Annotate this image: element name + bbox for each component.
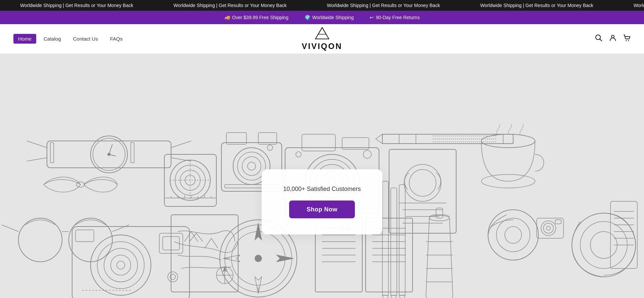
ticker-item: Worldwide Shipping | Get Results or Your… bbox=[0, 3, 153, 8]
svg-point-5 bbox=[611, 35, 614, 38]
logo-text: VIVIQON bbox=[302, 42, 342, 51]
info-bar-returns-label: 90-Day Free Returns bbox=[376, 15, 420, 20]
logo: VIVIQON bbox=[302, 27, 342, 51]
ticker-item: Worldwide Shipping | Get Results or Your… bbox=[153, 3, 307, 8]
ticker-bar: Worldwide Shipping | Get Results or Your… bbox=[0, 0, 644, 11]
search-icon[interactable] bbox=[595, 34, 602, 43]
svg-point-7 bbox=[628, 40, 629, 41]
return-icon: ↩ bbox=[370, 15, 374, 20]
cart-icon[interactable] bbox=[623, 34, 631, 43]
svg-marker-0 bbox=[315, 28, 329, 39]
info-bar-worldwide-label: Worldwide Shipping bbox=[312, 15, 354, 20]
ticker-item: Worldwide Shipping | Get Results or Your… bbox=[307, 3, 460, 8]
info-bar-returns: ↩ 90-Day Free Returns bbox=[370, 15, 420, 20]
ticker-item: Worldwide Shipping | Get Results or Your… bbox=[460, 3, 613, 8]
header-icons bbox=[595, 34, 631, 43]
nav-faqs[interactable]: FAQs bbox=[105, 34, 127, 44]
nav-contact[interactable]: Contact Us bbox=[68, 34, 103, 44]
info-bar: 🚚 Over $39.99 Free Shipping 🌍 Worldwide … bbox=[0, 11, 644, 24]
svg-point-20 bbox=[108, 153, 110, 156]
info-bar-shipping-label: Over $39.99 Free Shipping bbox=[232, 15, 288, 20]
hero-tagline: 10,000+ Satisfied Customers bbox=[283, 186, 361, 193]
info-bar-worldwide: 🌍 Worldwide Shipping bbox=[305, 15, 354, 20]
nav-home[interactable]: Home bbox=[13, 34, 36, 44]
logo-icon bbox=[312, 27, 332, 42]
header: Home Catalog Contact Us FAQs VIVIQON bbox=[0, 24, 644, 54]
hero-section: 10,000+ Satisfied Customers Shop Now bbox=[0, 54, 644, 298]
shop-now-button[interactable]: Shop Now bbox=[289, 201, 355, 218]
truck-icon: 🚚 bbox=[224, 15, 230, 20]
ticker-inner: Worldwide Shipping | Get Results or Your… bbox=[0, 3, 644, 8]
nav-catalog[interactable]: Catalog bbox=[39, 34, 66, 44]
account-icon[interactable] bbox=[609, 34, 616, 43]
svg-point-99 bbox=[255, 255, 262, 262]
main-nav: Home Catalog Contact Us FAQs bbox=[13, 34, 127, 44]
svg-point-6 bbox=[626, 40, 627, 41]
hero-card: 10,000+ Satisfied Customers Shop Now bbox=[262, 169, 382, 235]
info-bar-shipping: 🚚 Over $39.99 Free Shipping bbox=[224, 15, 288, 20]
globe-icon: 🌍 bbox=[305, 15, 310, 20]
svg-line-4 bbox=[600, 39, 602, 41]
ticker-item: Worldwide Shipping | Get Results or Your… bbox=[613, 3, 644, 8]
svg-marker-1 bbox=[318, 28, 326, 34]
